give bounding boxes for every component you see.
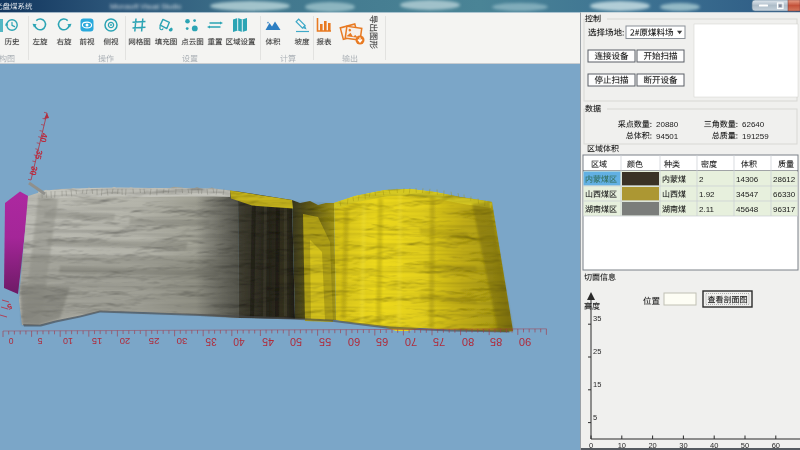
svg-text:25: 25: [593, 347, 601, 356]
svg-text:5: 5: [37, 336, 42, 346]
svg-text:90: 90: [519, 336, 531, 348]
svg-text:85: 85: [490, 336, 502, 348]
svg-text:15: 15: [593, 380, 601, 389]
svg-text:2: 2: [699, 175, 704, 184]
svg-text:5: 5: [593, 413, 597, 422]
svg-text:40: 40: [233, 336, 245, 347]
svg-text:20: 20: [120, 336, 131, 347]
svg-text:45648: 45648: [736, 205, 759, 214]
svg-text:35: 35: [205, 336, 217, 347]
svg-text:0: 0: [8, 336, 13, 346]
svg-text:2.11: 2.11: [699, 205, 715, 214]
svg-text:55: 55: [319, 336, 331, 348]
svg-text:96317: 96317: [773, 205, 796, 214]
svg-text:65: 65: [376, 336, 388, 348]
svg-text:45: 45: [262, 336, 274, 348]
svg-text:25: 25: [149, 336, 160, 347]
svg-text:62640: 62640: [742, 120, 765, 129]
svg-text:20880: 20880: [656, 120, 679, 129]
svg-text:28612: 28612: [773, 175, 796, 184]
svg-text:80: 80: [462, 336, 474, 348]
svg-text:35: 35: [593, 314, 601, 323]
svg-text:Microsoft Visual Studio: Microsoft Visual Studio: [110, 3, 181, 10]
svg-text:10: 10: [63, 336, 73, 346]
svg-text:1.92: 1.92: [699, 190, 715, 199]
svg-text:191259: 191259: [742, 132, 769, 141]
svg-text:50: 50: [290, 336, 302, 348]
svg-text:14306: 14306: [736, 175, 759, 184]
svg-text:75: 75: [433, 336, 445, 348]
svg-text:94501: 94501: [656, 132, 679, 141]
svg-text:70: 70: [405, 336, 417, 348]
svg-text:60: 60: [348, 336, 360, 348]
svg-text:30: 30: [176, 336, 187, 347]
svg-text:34547: 34547: [736, 190, 759, 199]
svg-text:66330: 66330: [773, 190, 796, 199]
svg-text:15: 15: [92, 336, 102, 346]
